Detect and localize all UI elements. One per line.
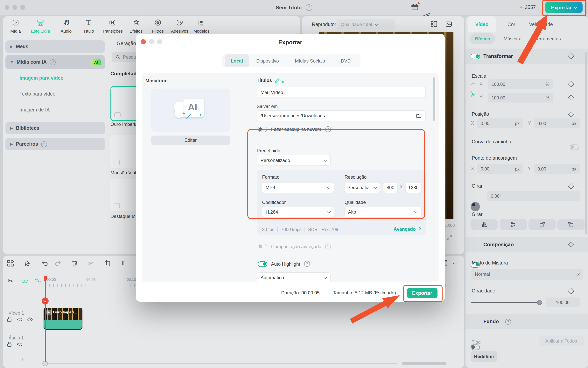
sidebar-item-imagem-de-ia[interactable]: Imagem de IA xyxy=(19,107,50,113)
flip-horizontal-button[interactable] xyxy=(471,219,498,230)
keyframe-icon[interactable] xyxy=(568,288,574,294)
timeline-clip[interactable]: ▶ Ouro Imperi... xyxy=(44,308,82,330)
crop-icon[interactable] xyxy=(104,259,113,268)
help-icon[interactable]: ? xyxy=(41,141,47,147)
tab-midias-sociais[interactable]: Mídias Sociais xyxy=(292,54,328,67)
folder-icon[interactable] xyxy=(416,113,422,119)
export-main-button[interactable]: Exportar xyxy=(545,1,583,13)
auto-highlight-toggle[interactable] xyxy=(258,261,267,267)
tab-midia[interactable]: Mídia xyxy=(4,19,27,33)
preset-dropdown[interactable]: Personalizado xyxy=(257,155,331,166)
scope-icon[interactable] xyxy=(445,20,453,29)
tab-filtros[interactable]: Filtros xyxy=(146,19,170,33)
opacity-slider-handle[interactable] xyxy=(537,300,542,305)
auto-highlight-dropdown[interactable]: Automático xyxy=(257,272,331,282)
help-icon[interactable]: ? xyxy=(325,126,331,132)
lock-track-icon[interactable] xyxy=(6,341,15,350)
scale-lock-icon[interactable] xyxy=(471,92,476,98)
track-height-caret[interactable]: ▼ xyxy=(452,262,455,265)
reset-button[interactable]: Redefinir xyxy=(471,351,497,362)
ripple-trim-icon[interactable]: ✂ xyxy=(8,277,16,286)
credits-counter[interactable]: ✦ 3557 xyxy=(519,3,536,12)
resolution-dropdown[interactable]: Personaliz... xyxy=(344,182,380,193)
lock-track-icon[interactable] xyxy=(6,316,15,325)
encoder-dropdown[interactable]: H.264 xyxy=(262,207,334,218)
tab-audio[interactable]: Áudio xyxy=(54,19,78,33)
keyframe-icon[interactable] xyxy=(568,111,574,117)
playhead-line[interactable] xyxy=(45,276,46,362)
add-track-button[interactable]: + xyxy=(21,356,25,363)
save-path-input[interactable]: /Users/ivanmendes/Downloads xyxy=(257,110,426,121)
help-icon[interactable]: ? xyxy=(50,59,56,65)
tab-velocidade[interactable]: Velocidade xyxy=(525,16,557,32)
tab-video[interactable]: Vídeo xyxy=(468,16,496,32)
tab-modelos[interactable]: Modelos xyxy=(190,19,213,33)
advanced-link[interactable]: Avançado xyxy=(394,226,420,232)
path-curve-toggle[interactable] xyxy=(570,145,579,150)
tab-adesivos[interactable]: Adesivos xyxy=(168,19,191,33)
rotation-field[interactable]: 0.00° xyxy=(487,191,580,201)
transform-toggle[interactable] xyxy=(471,54,480,59)
anchor-y-field[interactable]: 0.00px xyxy=(534,164,580,174)
gift-icon[interactable] xyxy=(411,3,419,12)
opacity-field[interactable]: 100.00 xyxy=(546,297,580,307)
ai-edit-icon[interactable] xyxy=(275,77,281,83)
select-tool-icon[interactable] xyxy=(24,259,33,268)
unlink-icon[interactable] xyxy=(34,277,43,286)
mute-track-icon[interactable] xyxy=(16,341,25,350)
timeline-scroll-track[interactable] xyxy=(48,363,397,364)
export-confirm-button[interactable]: Exportar xyxy=(407,288,437,298)
mute-track-icon[interactable] xyxy=(16,316,25,325)
text-tool-icon[interactable]: T xyxy=(119,259,127,268)
timeline-scrollbar[interactable] xyxy=(402,362,446,365)
fullscreen-icon[interactable] xyxy=(446,235,455,243)
format-dropdown[interactable]: MP4 xyxy=(262,182,334,193)
quality-dropdown[interactable]: Qualidade total xyxy=(337,19,395,29)
cloud-backup-toggle[interactable] xyxy=(258,126,267,132)
edit-thumbnail-button[interactable]: Editar xyxy=(151,136,230,145)
tab-titulo[interactable]: Título xyxy=(77,19,100,33)
tab-dvd[interactable]: DVD xyxy=(335,54,356,67)
position-y-field[interactable]: 0.00px xyxy=(534,119,580,128)
help-icon[interactable]: ? xyxy=(325,244,331,249)
tab-cor[interactable]: Cor xyxy=(497,16,525,32)
position-x-field[interactable]: 0.00px xyxy=(477,119,523,128)
undo-icon[interactable] xyxy=(41,259,49,268)
layout-toggle-icon[interactable] xyxy=(430,20,439,29)
rotate-ccw-button[interactable] xyxy=(557,219,585,230)
opacity-slider-track[interactable] xyxy=(471,302,540,303)
tab-dispositivo[interactable]: Dispositivo xyxy=(253,54,282,67)
rotate-cw-button[interactable] xyxy=(529,219,556,230)
subtab-mascara[interactable]: Máscara xyxy=(500,33,525,44)
resolution-width-input[interactable]: 800 xyxy=(383,182,398,193)
scale-y-field[interactable]: 100.00% xyxy=(488,93,553,102)
sidebar-item-meus[interactable]: ▶ Meus xyxy=(5,40,105,53)
sidebar-item-parceiros[interactable]: ▶ Parceiros ? xyxy=(5,138,105,150)
tab-local[interactable]: Local xyxy=(225,54,249,67)
subtab-ferramentas[interactable]: Ferramentas xyxy=(530,33,565,44)
help-icon[interactable]: ? xyxy=(304,261,310,267)
subtab-basico[interactable]: Básico xyxy=(470,33,495,44)
quality-dropdown[interactable]: Alto xyxy=(344,207,422,218)
redo-icon[interactable] xyxy=(54,259,63,268)
hide-track-icon[interactable] xyxy=(27,316,35,325)
playhead-split-badge[interactable]: ✂ xyxy=(42,297,48,304)
tab-transicoes[interactable]: Transições xyxy=(100,19,125,33)
dialog-scrollbar[interactable] xyxy=(433,77,435,121)
resolution-height-input[interactable]: 1280 xyxy=(405,182,422,193)
flip-vertical-button[interactable] xyxy=(500,219,527,230)
anchor-x-field[interactable]: 0.00px xyxy=(477,164,523,174)
background-toggle[interactable] xyxy=(471,344,480,350)
keyframe-icon[interactable] xyxy=(568,183,574,189)
help-icon[interactable]: ? xyxy=(505,319,511,325)
sidebar-item-biblioteca[interactable]: ▶ Biblioteca xyxy=(5,122,105,134)
timeline-layout-icon[interactable] xyxy=(7,259,15,268)
link-icon[interactable] xyxy=(21,277,29,286)
video-title-input[interactable]: Meu Vídeo xyxy=(257,87,426,98)
sidebar-item-midia-com-ia[interactable]: ▼ Mídia com IA ? AI xyxy=(5,55,105,69)
sidebar-item-texto-para-video[interactable]: Texto para vídeo xyxy=(19,91,55,97)
delete-icon[interactable] xyxy=(71,259,79,268)
split-icon[interactable]: ✂ xyxy=(87,259,95,268)
rotation-knob[interactable] xyxy=(471,202,480,211)
scale-x-field[interactable]: 100.00% xyxy=(488,79,553,89)
